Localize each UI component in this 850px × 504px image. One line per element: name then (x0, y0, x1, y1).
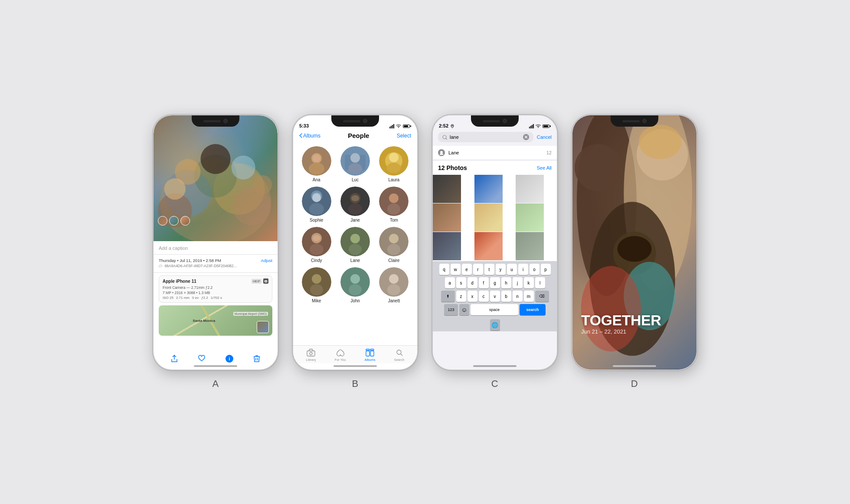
screen-d: TOGETHER Jun 21 – 22, 2021 (572, 115, 696, 370)
person-luc[interactable]: Luc (338, 146, 372, 182)
tab-albums[interactable]: Albums (365, 348, 376, 362)
photo-thumb-2[interactable] (474, 175, 503, 203)
photo-thumb-8[interactable] (474, 232, 503, 260)
svg-point-77 (575, 144, 621, 191)
bottom-toolbar-a: i (154, 354, 278, 363)
person-john[interactable]: John (338, 267, 372, 303)
person-janett[interactable]: Janett (377, 267, 411, 303)
device-info-card: Apple iPhone 11 HEIF Front Camera — 2.71… (159, 275, 272, 303)
photo-thumb-1[interactable] (433, 175, 461, 203)
people-grid-b: Ana Luc (293, 143, 417, 307)
status-icons-c (529, 124, 551, 128)
trash-icon[interactable] (252, 354, 262, 363)
key-h[interactable]: h (501, 277, 511, 288)
adjust-btn[interactable]: Adjust (261, 258, 272, 263)
cancel-btn-c[interactable]: Cancel (537, 134, 552, 140)
key-l[interactable]: l (535, 277, 545, 288)
svg-point-10 (253, 175, 272, 194)
key-q[interactable]: q (439, 264, 449, 275)
map-section[interactable]: Santa Monica Municipal Airport (SMO) (159, 305, 272, 336)
search-icon-c (442, 135, 447, 140)
share-icon[interactable] (170, 354, 179, 363)
photo-thumb-3[interactable] (516, 175, 544, 203)
svg-point-58 (389, 274, 399, 284)
key-x[interactable]: x (468, 291, 477, 302)
kb-globe-row: 🌐 (434, 317, 556, 331)
key-o[interactable]: o (530, 264, 539, 275)
key-f[interactable]: f (479, 277, 489, 288)
svg-point-66 (397, 350, 401, 354)
key-v[interactable]: v (490, 291, 500, 302)
photo-thumb-7[interactable] (433, 232, 461, 260)
person-tom[interactable]: Tom (377, 187, 411, 223)
key-123[interactable]: 123 (444, 304, 458, 315)
nav-select-b[interactable]: Select (397, 133, 411, 139)
camera-c (503, 119, 507, 123)
person-mike[interactable]: Mike (299, 267, 333, 303)
nav-back-b[interactable]: Albums (299, 133, 320, 139)
see-all-c[interactable]: See All (537, 165, 552, 170)
search-clear[interactable] (523, 134, 529, 140)
key-g[interactable]: g (490, 277, 500, 288)
svg-point-69 (443, 135, 446, 139)
svg-point-55 (350, 274, 360, 284)
cloud-id: 68A9A4D6-AF5F-49D7-A23F-D5F2046B2... (159, 264, 237, 268)
location-icon-c (451, 124, 454, 128)
key-j[interactable]: j (513, 277, 523, 288)
person-ana[interactable]: Ana (299, 146, 333, 182)
key-w[interactable]: w (451, 264, 461, 275)
device-badges: HEIF (252, 278, 268, 284)
caption-area[interactable]: Add a caption (154, 241, 278, 255)
svg-rect-62 (366, 351, 369, 356)
tab-search[interactable]: Search (394, 348, 405, 362)
heart-icon[interactable] (197, 354, 206, 363)
key-delete[interactable]: ⌫ (535, 291, 549, 302)
albums-icon (365, 348, 375, 357)
key-p[interactable]: p (541, 264, 551, 275)
key-y[interactable]: y (496, 264, 506, 275)
svg-point-43 (313, 235, 320, 241)
device-name: Apple iPhone 11 (163, 279, 196, 284)
key-e[interactable]: e (462, 264, 472, 275)
key-globe[interactable]: 🌐 (490, 319, 500, 331)
search-result-row[interactable]: Lane 12 (433, 146, 557, 160)
key-search[interactable]: search (520, 304, 546, 315)
signal-icon-c (529, 124, 534, 128)
key-c[interactable]: c (479, 291, 489, 302)
person-lane[interactable]: Lane (338, 227, 372, 263)
key-a[interactable]: a (445, 277, 455, 288)
person-jane[interactable]: Jane (338, 187, 372, 223)
key-k[interactable]: k (524, 277, 534, 288)
person-cindy[interactable]: Cindy (299, 227, 333, 263)
person-laura[interactable]: Laura (377, 146, 411, 182)
tab-library[interactable]: Library (306, 348, 316, 362)
photo-thumb-9[interactable] (516, 232, 544, 260)
map-bg: Santa Monica Municipal Airport (SMO) (159, 305, 272, 336)
key-i[interactable]: i (518, 264, 528, 275)
key-n[interactable]: n (513, 291, 523, 302)
photos-grid-c (433, 175, 557, 261)
key-u[interactable]: u (507, 264, 517, 275)
person-sophie[interactable]: Sophie (299, 187, 333, 223)
person-claire[interactable]: Claire (377, 227, 411, 263)
key-shift[interactable]: ⬆ (441, 291, 455, 302)
photo-thumb-5[interactable] (474, 203, 503, 232)
tab-library-label: Library (306, 358, 316, 362)
svg-point-20 (313, 154, 320, 162)
key-emoji[interactable]: ☺ (459, 304, 469, 315)
photo-thumb-6[interactable] (516, 203, 544, 232)
key-t[interactable]: t (484, 264, 494, 275)
key-z[interactable]: z (456, 291, 466, 302)
key-space[interactable]: space (471, 304, 518, 315)
svg-point-82 (639, 125, 682, 159)
key-s[interactable]: s (456, 277, 466, 288)
info-icon[interactable]: i (225, 354, 234, 363)
library-icon (306, 348, 316, 357)
tab-foryou[interactable]: For You (335, 348, 346, 362)
key-d[interactable]: d (468, 277, 477, 288)
key-r[interactable]: r (473, 264, 483, 275)
key-b[interactable]: b (501, 291, 511, 302)
photo-thumb-4[interactable] (433, 203, 461, 232)
key-m[interactable]: m (524, 291, 534, 302)
search-input-c[interactable]: lane (438, 132, 533, 142)
